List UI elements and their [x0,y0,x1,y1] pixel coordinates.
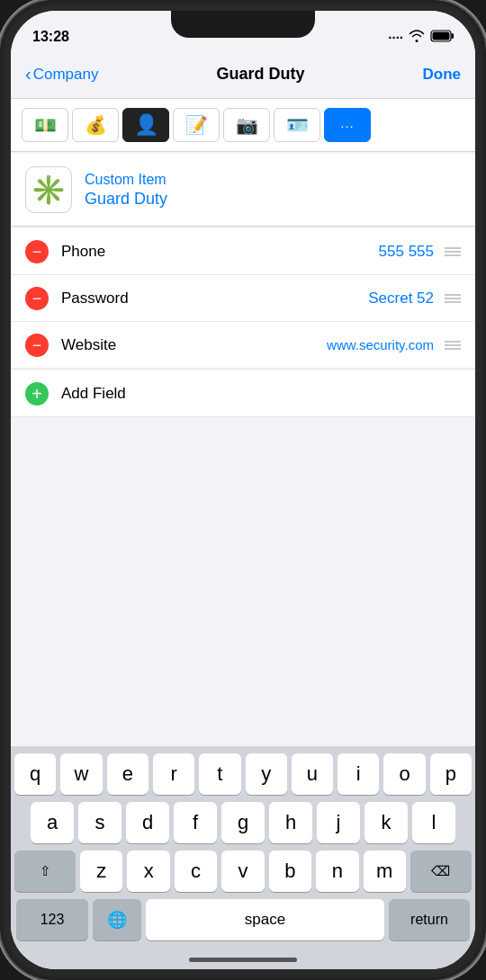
remove-password-button[interactable]: − [25,287,49,310]
home-bar [189,958,297,962]
silhouette-icon: 👤 [134,113,158,137]
back-label: Company [33,66,99,84]
key-g[interactable]: g [221,802,265,843]
remove-phone-button[interactable]: − [25,240,49,263]
back-button[interactable]: ‹ Company [25,64,98,85]
key-d[interactable]: d [126,802,169,843]
status-icons: ···· [388,30,454,45]
phone-screen: 13:28 ···· [11,11,475,969]
key-u[interactable]: u [292,753,333,795]
key-b[interactable]: b [269,851,311,892]
add-field-label: Add Field [61,385,126,403]
key-j[interactable]: j [317,802,360,843]
signal-icon: ···· [388,30,403,45]
more-icon: ··· [340,118,355,133]
key-i[interactable]: i [338,753,379,795]
key-c[interactable]: c [175,851,217,892]
key-z[interactable]: z [80,851,122,892]
field-row-password: − Password Secret 52 [11,275,475,322]
item-name-label: Guard Duty [85,190,167,209]
globe-key[interactable]: 🌐 [93,899,141,940]
tab-silhouette[interactable]: 👤 [122,108,169,142]
tab-cash[interactable]: 💵 [22,108,68,142]
field-label-phone: Phone [61,243,379,261]
key-a[interactable]: a [31,802,74,843]
field-value-password[interactable]: Secret 52 [368,290,434,307]
key-v[interactable]: v [221,851,264,892]
key-n[interactable]: n [316,851,358,892]
item-icon-emoji: ✳️ [31,173,67,207]
key-w[interactable]: w [60,753,102,795]
item-header: ✳️ Custom Item Guard Duty [11,154,475,227]
chevron-left-icon: ‹ [25,64,32,85]
key-m[interactable]: m [364,851,406,892]
nav-bar: ‹ Company Guard Duty Done [11,50,475,99]
keyboard-row-3: ⇧ z x c v b n m ⌫ [14,851,472,892]
delete-key[interactable]: ⌫ [410,851,472,892]
key-f[interactable]: f [174,802,217,843]
key-y[interactable]: y [246,753,287,795]
keyboard-row-bottom: 123 🌐 space return [14,899,472,940]
tab-note[interactable]: 📝 [173,108,220,142]
svg-rect-1 [452,33,454,39]
contact-icon: 🪪 [286,114,309,136]
battery-icon [430,30,454,45]
space-key[interactable]: space [146,899,384,940]
nav-title: Guard Duty [216,65,304,84]
key-x[interactable]: x [127,851,169,892]
svg-rect-2 [433,32,450,40]
fields-section: − Phone 555 555 − Password Secret 52 [11,228,475,369]
keyboard-row-2: a s d f g h j k l [14,802,472,843]
notch [171,11,315,38]
key-s[interactable]: s [78,802,122,843]
field-label-password: Password [61,290,368,307]
add-field-button[interactable]: + [25,382,49,405]
shift-key[interactable]: ⇧ [14,851,76,892]
coins-icon: 💰 [85,114,107,136]
content-area: 💵 💰 👤 📝 📷 🪪 ··· [11,99,475,746]
return-key[interactable]: return [389,899,470,940]
wifi-icon [409,30,425,45]
item-info: Custom Item Guard Duty [85,172,167,209]
drag-handle-website [445,339,461,352]
field-value-website[interactable]: www.security.com [327,337,434,352]
tab-bar: 💵 💰 👤 📝 📷 🪪 ··· [11,99,475,152]
home-indicator [11,949,475,969]
item-icon: ✳️ [25,166,72,213]
remove-website-button[interactable]: − [25,334,49,357]
field-label-website: Website [61,336,327,354]
tab-contact[interactable]: 🪪 [274,108,320,142]
drag-handle-phone [445,245,461,258]
tab-more[interactable]: ··· [324,108,371,142]
key-q[interactable]: q [14,753,56,795]
key-t[interactable]: t [199,753,240,795]
item-type-label: Custom Item [85,172,167,188]
key-r[interactable]: r [153,753,194,795]
status-time: 13:28 [32,29,69,45]
num-key[interactable]: 123 [16,899,88,940]
field-value-phone[interactable]: 555 555 [379,243,434,261]
key-h[interactable]: h [269,802,312,843]
note-icon: 📝 [185,114,208,136]
add-field-row: + Add Field [11,370,475,417]
cash-icon: 💵 [34,114,57,136]
key-k[interactable]: k [364,802,408,843]
camera-icon: 📷 [236,114,258,136]
tab-coins[interactable]: 💰 [72,108,119,142]
done-button[interactable]: Done [422,66,461,84]
key-o[interactable]: o [383,753,425,795]
field-row-phone: − Phone 555 555 [11,228,475,275]
drag-handle-password [445,292,461,305]
key-e[interactable]: e [107,753,148,795]
key-p[interactable]: p [430,753,472,795]
field-row-website: − Website www.security.com [11,322,475,369]
key-l[interactable]: l [412,802,455,843]
tab-camera[interactable]: 📷 [223,108,270,142]
keyboard-row-1: q w e r t y u i o p [14,753,472,795]
keyboard: q w e r t y u i o p a s d f g h j k [11,746,475,949]
phone-frame: 13:28 ···· [0,0,486,980]
